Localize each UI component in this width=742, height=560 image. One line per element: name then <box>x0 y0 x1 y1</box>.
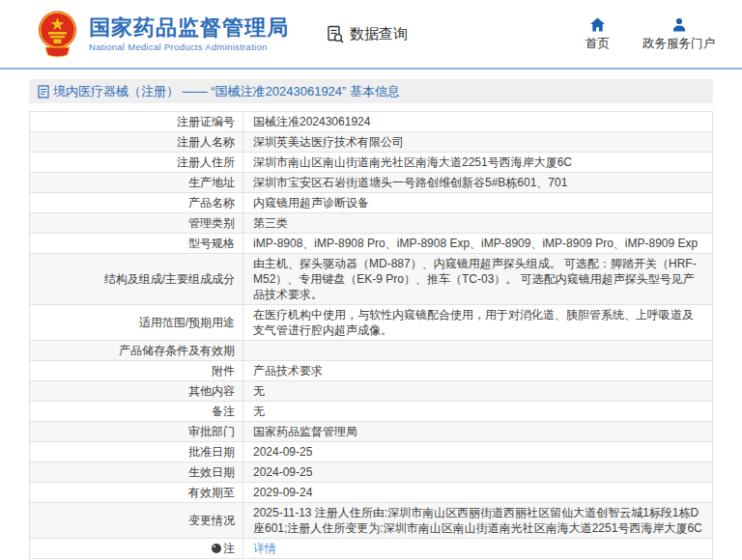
table-row-other-content: 其他内容 无 <box>30 381 712 402</box>
table-row-attachment: 附件 产品技术要求 <box>30 361 712 381</box>
row-value: 国械注准20243061924 <box>243 112 712 131</box>
table-row-change-history: 变更情况 2025-11-13 注册人住所由:深圳市南山区西丽街道西丽社区留仙大… <box>30 503 712 539</box>
row-label: 其他内容 <box>30 381 243 401</box>
table-row-approval-date: 批准日期 2024-09-25 <box>30 442 712 462</box>
row-value: 在医疗机构中使用，与软性内窥镜配合使用，用于对消化道、胰胆管系统、上呼吸道及支气… <box>243 305 712 340</box>
site-header: 国家药品监督管理局 National Medical Products Admi… <box>0 0 742 70</box>
nav-home[interactable]: 首页 <box>585 16 610 52</box>
registration-info-table: 注册证编号 国械注准20243061924 注册人名称 深圳英美达医疗技术有限公… <box>29 111 713 559</box>
row-value: iMP-8908、iMP-8908 Pro、iMP-8908 Exp、iMP-8… <box>243 234 712 253</box>
row-label: 型号规格 <box>30 234 243 253</box>
row-value: 深圳英美达医疗技术有限公司 <box>243 132 712 152</box>
table-row-storage-validity: 产品储存条件及有效期 <box>30 341 712 361</box>
row-label: 结构及组成/主要组成成分 <box>30 254 243 304</box>
row-label: 注册证编号 <box>30 112 243 131</box>
table-row-effective-date: 生效日期 2024-09-25 <box>30 462 712 483</box>
table-row-production-address: 生产地址 深圳市宝安区石岩街道塘头一号路创维创新谷5#B栋601、701 <box>30 173 712 193</box>
detail-link[interactable]: 详情 <box>253 541 276 556</box>
row-value: 第三类 <box>243 213 712 233</box>
main-content: 境内医疗器械（注册） —— “国械注准20243061924” 基本信息 注册证… <box>29 79 713 559</box>
table-row-expiry-date: 有效期至 2029-09-24 <box>30 483 712 503</box>
nav-home-label: 首页 <box>585 36 610 52</box>
row-label: 产品储存条件及有效期 <box>30 341 243 360</box>
row-label: 管理类别 <box>30 213 243 233</box>
row-value <box>243 341 712 360</box>
table-row-note: 注 详情 <box>30 539 712 559</box>
nav-gov-portal[interactable]: 政务服务门户 <box>642 16 715 52</box>
home-icon <box>589 16 606 32</box>
nav-gov-portal-label: 政务服务门户 <box>642 36 715 52</box>
agency-title-block: 国家药品监督管理局 National Medical Products Admi… <box>89 16 289 52</box>
table-row-reg-number: 注册证编号 国械注准20243061924 <box>30 112 712 132</box>
data-query-menu[interactable]: 数据查询 <box>326 24 408 44</box>
table-row-model-spec: 型号规格 iMP-8908、iMP-8908 Pro、iMP-8908 Exp、… <box>30 234 712 254</box>
table-row-intended-use: 适用范围/预期用途 在医疗机构中使用，与软性内窥镜配合使用，用于对消化道、胰胆管… <box>30 305 712 341</box>
row-value: 产品技术要求 <box>243 361 712 380</box>
row-label: 产品名称 <box>30 193 243 212</box>
row-value: 无 <box>243 381 712 401</box>
row-label: 审批部门 <box>30 422 243 441</box>
document-icon <box>38 85 49 98</box>
note-icon <box>212 544 221 553</box>
row-label: 批准日期 <box>30 442 243 462</box>
row-label: 有效期至 <box>30 483 243 502</box>
table-row-management-category: 管理类别 第三类 <box>30 213 712 234</box>
row-value: 由主机、探头驱动器（MD-887）、内窥镜用超声探头组成。 可选配：脚踏开关（H… <box>243 254 712 304</box>
agency-name-zh: 国家药品监督管理局 <box>89 16 289 40</box>
row-label: 注 <box>30 539 243 558</box>
row-value: 国家药品监督管理局 <box>243 422 712 441</box>
row-value: 内窥镜用超声诊断设备 <box>243 193 712 212</box>
row-label: 备注 <box>30 402 243 421</box>
row-value: 2024-09-25 <box>243 442 712 462</box>
table-row-remarks: 备注 无 <box>30 402 712 422</box>
row-label: 生效日期 <box>30 462 243 482</box>
row-label: 生产地址 <box>30 173 243 192</box>
data-query-label: 数据查询 <box>350 25 408 43</box>
row-value: 深圳市宝安区石岩街道塘头一号路创维创新谷5#B栋601、701 <box>243 173 712 192</box>
table-row-registrant-name: 注册人名称 深圳英美达医疗技术有限公司 <box>30 132 712 153</box>
row-label: 注册人住所 <box>30 153 243 172</box>
row-label: 变更情况 <box>30 503 243 538</box>
page-title: 境内医疗器械（注册） —— “国械注准20243061924” 基本信息 <box>53 83 400 100</box>
row-value: 2025-11-13 注册人住所由:深圳市南山区西丽街道西丽社区留仙大道创智云城… <box>243 503 712 538</box>
row-label: 适用范围/预期用途 <box>30 305 243 340</box>
page-title-bar: 境内医疗器械（注册） —— “国械注准20243061924” 基本信息 <box>29 79 713 103</box>
row-value: 详情 <box>243 539 712 558</box>
table-row-registrant-address: 注册人住所 深圳市南山区南山街道南光社区南海大道2251号西海岸大厦6C <box>30 153 712 173</box>
document-search-icon <box>326 24 346 44</box>
row-value: 无 <box>243 402 712 421</box>
table-row-approval-department: 审批部门 国家药品监督管理局 <box>30 422 712 442</box>
table-row-structure-composition: 结构及组成/主要组成成分 由主机、探头驱动器（MD-887）、内窥镜用超声探头组… <box>30 254 712 305</box>
row-value: 2024-09-25 <box>243 462 712 482</box>
table-row-product-name: 产品名称 内窥镜用超声诊断设备 <box>30 193 712 213</box>
nmpa-emblem-logo <box>35 10 80 60</box>
row-value: 2029-09-24 <box>243 483 712 502</box>
row-label: 附件 <box>30 361 243 380</box>
row-label: 注册人名称 <box>30 132 243 152</box>
row-value: 深圳市南山区南山街道南光社区南海大道2251号西海岸大厦6C <box>243 153 712 172</box>
agency-name-en: National Medical Products Administration <box>89 42 289 52</box>
person-icon <box>671 16 687 32</box>
